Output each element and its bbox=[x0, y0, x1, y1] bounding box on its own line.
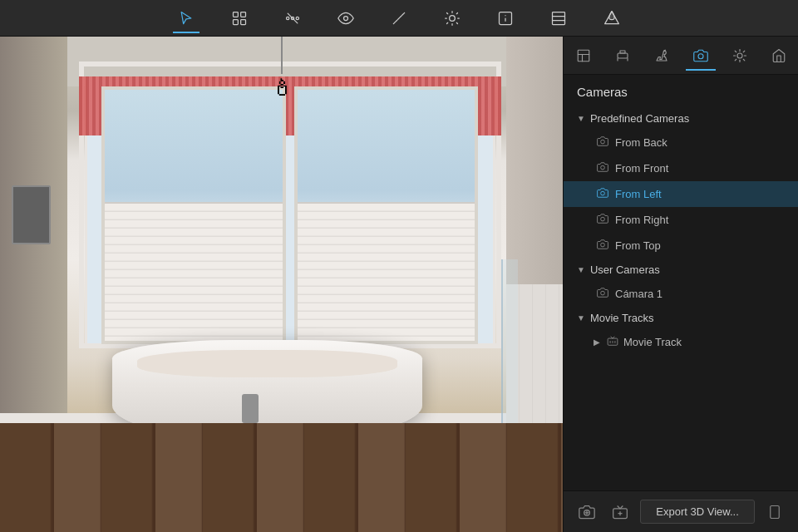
panel-title: Cameras bbox=[564, 75, 798, 107]
svg-point-47 bbox=[601, 291, 605, 295]
bathroom-scene bbox=[0, 37, 563, 532]
svg-point-8 bbox=[344, 16, 348, 20]
svg-line-17 bbox=[456, 12, 457, 13]
camera-1-label: Cámara 1 bbox=[615, 288, 663, 300]
camera-icon-right bbox=[597, 213, 608, 227]
layout-tool[interactable] bbox=[545, 5, 572, 32]
svg-line-40 bbox=[735, 59, 736, 61]
window-shutter-right bbox=[298, 202, 475, 340]
svg-point-42 bbox=[601, 140, 605, 144]
camera-top-label: From Top bbox=[615, 239, 661, 252]
info-tool[interactable] bbox=[492, 5, 519, 32]
svg-line-41 bbox=[743, 51, 745, 52]
camera-icon-front bbox=[597, 161, 608, 175]
window-pane-left bbox=[101, 86, 286, 344]
camera-from-back[interactable]: From Back bbox=[564, 130, 798, 155]
svg-point-6 bbox=[296, 17, 298, 19]
svg-point-32 bbox=[698, 53, 703, 58]
secondary-toolbar bbox=[564, 37, 798, 75]
camera-from-left[interactable]: From Left bbox=[564, 181, 798, 207]
edit-tool[interactable] bbox=[279, 5, 306, 32]
bathtub bbox=[112, 324, 421, 433]
svg-line-13 bbox=[456, 22, 457, 23]
bathtub-body bbox=[112, 340, 421, 432]
svg-point-33 bbox=[737, 53, 742, 58]
camera-icon-1 bbox=[597, 287, 608, 301]
wall-panel bbox=[12, 185, 51, 245]
svg-line-12 bbox=[447, 12, 448, 13]
svg-rect-2 bbox=[234, 19, 239, 24]
windows-container bbox=[101, 86, 479, 344]
view-tool[interactable] bbox=[332, 5, 359, 32]
svg-point-4 bbox=[287, 17, 289, 19]
user-cameras-section[interactable]: ▼ User Cameras bbox=[564, 259, 798, 281]
svg-rect-1 bbox=[241, 12, 246, 17]
faucet bbox=[242, 394, 259, 423]
camera-1[interactable]: Cámara 1 bbox=[564, 281, 798, 307]
panel-content: Cameras ▼ Predefined Cameras From Back F… bbox=[564, 75, 798, 490]
top-toolbar bbox=[0, 0, 798, 37]
movie-tracks-section[interactable]: ▼ Movie Tracks bbox=[564, 307, 798, 329]
window-shutter-left bbox=[105, 202, 283, 340]
sun-sec-icon[interactable] bbox=[725, 41, 755, 71]
furniture-sec-icon[interactable] bbox=[608, 41, 638, 71]
svg-rect-25 bbox=[578, 50, 589, 62]
camera-from-right[interactable]: From Right bbox=[564, 207, 798, 233]
bathtub-interior bbox=[137, 350, 397, 377]
camera-from-top[interactable]: From Top bbox=[564, 233, 798, 259]
add-camera-icon[interactable] bbox=[574, 499, 600, 525]
camera-from-front[interactable]: From Front bbox=[564, 155, 798, 181]
movie-track-chevron: ▶ bbox=[594, 337, 600, 347]
user-chevron: ▼ bbox=[577, 265, 585, 274]
chandelier bbox=[257, 37, 307, 107]
chandelier-body bbox=[261, 74, 303, 107]
predefined-label: Predefined Cameras bbox=[590, 112, 689, 125]
movie-tracks-label: Movie Tracks bbox=[590, 312, 654, 324]
svg-line-16 bbox=[447, 22, 448, 23]
main-area: Cameras ▼ Predefined Cameras From Back F… bbox=[0, 37, 798, 532]
svg-point-43 bbox=[601, 165, 605, 170]
window-pane-right bbox=[294, 86, 479, 344]
viewport[interactable] bbox=[0, 37, 563, 532]
camera-sec-icon[interactable] bbox=[686, 41, 716, 71]
materials-tool[interactable] bbox=[598, 5, 625, 32]
export-button[interactable]: Export 3D View... bbox=[640, 500, 754, 524]
camera-back-label: From Back bbox=[615, 136, 667, 149]
svg-rect-3 bbox=[241, 19, 246, 24]
user-cameras-label: User Cameras bbox=[590, 264, 660, 276]
movie-track-label: Movie Track bbox=[623, 336, 682, 348]
svg-rect-28 bbox=[618, 53, 628, 58]
predefined-chevron: ▼ bbox=[577, 114, 585, 123]
lighting-tool[interactable] bbox=[439, 5, 466, 32]
svg-point-44 bbox=[601, 191, 605, 195]
svg-rect-21 bbox=[553, 12, 565, 24]
svg-point-9 bbox=[450, 15, 456, 21]
predefined-cameras-section[interactable]: ▼ Predefined Cameras bbox=[564, 107, 798, 130]
right-panel: Cameras ▼ Predefined Cameras From Back F… bbox=[563, 37, 798, 532]
movie-chevron: ▼ bbox=[577, 313, 585, 323]
bottom-bar: Export 3D View... bbox=[564, 490, 798, 532]
floor bbox=[0, 423, 563, 532]
camera-left-label: From Left bbox=[615, 188, 662, 200]
measure-tool[interactable] bbox=[386, 5, 412, 32]
svg-rect-0 bbox=[234, 12, 239, 17]
wall-left bbox=[0, 37, 67, 458]
floor-plan-sec-icon[interactable] bbox=[569, 41, 598, 71]
paint-sec-icon[interactable] bbox=[647, 41, 677, 71]
movie-track-icon bbox=[607, 335, 618, 349]
camera-icon-back bbox=[597, 135, 608, 150]
home-sec-icon[interactable] bbox=[764, 41, 794, 71]
svg-point-46 bbox=[601, 243, 605, 247]
camera-icon-left bbox=[597, 187, 608, 201]
camera-right-label: From Right bbox=[615, 214, 668, 226]
add-movie-track-icon[interactable] bbox=[607, 499, 633, 525]
select-tool[interactable] bbox=[173, 5, 200, 32]
movie-track-item[interactable]: ▶ Movie Track bbox=[564, 329, 798, 355]
objects-tool[interactable] bbox=[226, 5, 253, 32]
svg-rect-31 bbox=[620, 51, 625, 53]
svg-rect-58 bbox=[771, 505, 780, 518]
camera-icon-top bbox=[597, 239, 608, 253]
chandelier-rod bbox=[281, 37, 283, 74]
svg-point-45 bbox=[601, 217, 605, 221]
phone-icon[interactable] bbox=[761, 499, 788, 525]
